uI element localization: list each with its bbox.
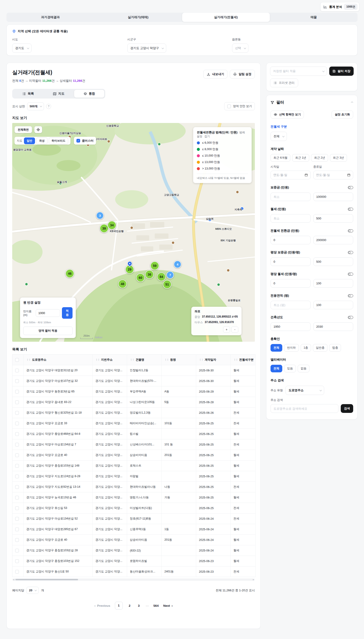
address-search-button[interactable]: 검색 [341,404,353,413]
range-max-input-3[interactable] [313,258,354,266]
drag-handle-icon[interactable]: ⋮⋮ [164,358,168,361]
elevator-chip-0[interactable]: 전체 [270,365,282,372]
row-checkbox[interactable] [15,379,19,383]
scroll-left-arrow[interactable]: ◂ [13,578,14,581]
table-row[interactable]: 경기도 고양시 덕양구 충장로103번길 152경기도 고양시 덕양...로뎀하… [12,556,256,566]
range-max-input-6[interactable] [313,322,354,331]
visibility-toggle-icon[interactable] [348,186,353,189]
range-min-input-4[interactable] [270,279,310,288]
elevator-chip-2[interactable]: 없음 [298,365,310,372]
pagination-previous[interactable]: ‹ Previous [94,604,110,608]
visibility-toggle-icon[interactable] [348,294,353,297]
radius-apply-button[interactable]: 적용 [62,307,72,319]
date-chip-3[interactable]: 최근 3년 [330,154,347,162]
range-min-input-1[interactable] [270,214,310,223]
cluster-toggle[interactable]: ✓ 클러스터 [74,137,96,144]
zoom-out-button[interactable]: - [232,326,238,332]
map-cluster-4[interactable]: 4 [174,261,182,268]
date-chip-2[interactable]: 최근 2년 [311,154,328,162]
map-cluster-7[interactable]: 7 [166,271,174,279]
row-checkbox[interactable] [15,422,19,425]
export-button[interactable]: 내보내기 [203,70,228,78]
row-checkbox[interactable] [15,464,19,468]
map-canvas[interactable]: 신원중학교신원마을7단지삼송신원마을4단지아파트뉴코리아CC원당경마 교육원숯돌… [12,123,255,342]
range-max-input-0[interactable] [313,192,354,201]
map-cluster-84[interactable]: 84 [157,272,166,281]
table-row[interactable]: 경기도 고양시 덕양구 동산1로 50경기도 고양시 덕양...동산마을화성파크… [12,566,256,577]
map-cluster-34[interactable]: 34 [108,221,116,230]
view-tab-2[interactable]: 통합 [74,90,104,98]
row-checkbox[interactable] [15,432,19,436]
visibility-toggle-icon[interactable] [348,251,353,254]
map-cluster-46[interactable]: 46 [66,269,74,278]
table-row[interactable]: 경기도 고양시 덕양구 유산길 53경기도 고양시 덕양...미성빌라트(다동)… [12,503,256,514]
column-header-0[interactable]: ⋮⋮도로명주소 [24,354,92,365]
pagination-page-1[interactable]: 1 [115,602,123,610]
table-row[interactable]: 경기도 고양시 덕양구 대양로311번길 20경기도 고양시 덕양...인창빌라… [12,365,256,376]
legend-collapse-link[interactable]: 접기 [204,135,210,138]
area-only-checkbox[interactable]: 영역 안만 보기 [224,102,255,110]
pagination-page-2[interactable]: 2 [127,604,132,608]
reset-settings-button[interactable]: 설정 초기화 [332,110,353,118]
sido-select[interactable]: 경기도 [12,44,32,53]
table-row[interactable]: 경기도 고양시 덕양구 행신로325번길 11-18경기도 고양시 덕양...영… [12,408,256,418]
tab-dataset-0[interactable]: 과거경매결과 [6,13,94,22]
range-max-input-5[interactable] [313,301,354,309]
limit-select[interactable]: 500개 [27,102,44,110]
floor-chip-2[interactable]: 1층 [301,344,311,352]
map-cluster-39[interactable]: 39 [100,224,108,233]
floor-chip-0[interactable]: 전체 [270,344,282,352]
drag-handle-icon[interactable]: ⋮⋮ [95,358,100,361]
dong-select[interactable]: 선택 [232,44,248,53]
column-header-3[interactable]: ⋮⋮동명 [162,354,196,365]
table-row[interactable]: 경기도 고양시 덕양구 마상로134번길 52경기도 고양시 덕양...정호(6… [12,514,256,524]
row-checkbox[interactable] [15,369,19,372]
view-tab-0[interactable]: 목록 [13,90,43,98]
visibility-toggle-icon[interactable] [348,208,353,211]
tab-dataset-2[interactable]: 실거래가(전월세) [182,13,270,22]
address-type-select[interactable]: 도로명주소 [286,386,324,395]
jeonse-type-select[interactable]: 전체 [270,132,287,141]
preset-manage-button[interactable]: 프리셋 관리 [270,78,298,87]
alert-settings-button[interactable]: 알림 설정 [230,70,255,78]
row-checkbox[interactable] [15,496,19,500]
area-filter-apply-button[interactable]: 영역 필터 적용 [23,326,72,335]
range-min-input-2[interactable] [270,236,310,244]
drag-handle-icon[interactable]: ⋮⋮ [26,358,30,361]
stats-analysis-button[interactable]: 통계 분석 1000건 [320,2,360,12]
row-checkbox[interactable] [15,454,19,457]
table-row[interactable]: 경기도 고양시 덕양구 충장로103번길 28경기도 고양시 덕양...(633… [12,545,256,556]
scrollbar-thumb[interactable] [16,579,78,580]
drag-handle-icon[interactable]: ⋮⋮ [199,358,203,361]
table-row[interactable]: 경기도 고양시 덕양구 동헌로3번길 65경기도 고양시 덕양...부강주택A동… [12,386,256,397]
visibility-toggle-icon[interactable] [348,229,353,232]
floor-chip-1[interactable]: 반지하 [284,344,299,352]
row-checkbox[interactable] [15,549,19,552]
row-checkbox[interactable] [15,506,19,510]
range-min-input-6[interactable] [270,322,310,331]
range-max-input-4[interactable] [313,279,354,288]
row-checkbox[interactable] [15,528,19,531]
row-checkbox[interactable] [15,517,19,521]
map-cluster-60[interactable]: 60 [136,273,145,282]
zoom-in-button[interactable]: + [223,326,230,332]
table-row[interactable]: 경기도 고양시 덕양구 대양로285번길 67경기도 고양시 덕양...신풍주택… [12,524,256,535]
range-max-input-1[interactable] [313,214,354,223]
maptype-2[interactable]: 하이브리드 [49,138,68,144]
column-header-2[interactable]: ⋮⋮건물명 [127,354,162,365]
show-selected-button[interactable]: 선택 항목만 보기 [270,110,304,118]
row-checkbox[interactable] [15,411,19,415]
address-search-input[interactable] [270,404,338,413]
sigungu-select[interactable]: 경기도 고양시 덕양구 [127,44,166,53]
date-chip-0[interactable]: 최근 6개월 [270,154,290,162]
table-row[interactable]: 경기도 고양시 덕양구 지도로124번길 8-28경기도 고양시 덕양...아랑… [12,471,256,482]
map-cluster-48[interactable]: 48 [118,280,127,288]
range-max-input-2[interactable] [313,236,354,244]
floor-chip-4[interactable]: 탑층 [329,344,341,352]
fullscreen-button[interactable]: 전체화면 [14,126,32,133]
radius-input[interactable] [36,309,60,317]
row-checkbox[interactable] [15,474,19,478]
maptype-0[interactable]: 일반 [24,138,35,144]
collapse-chevron-icon[interactable] [351,102,353,104]
drag-handle-icon[interactable]: ⋮⋮ [234,358,238,361]
